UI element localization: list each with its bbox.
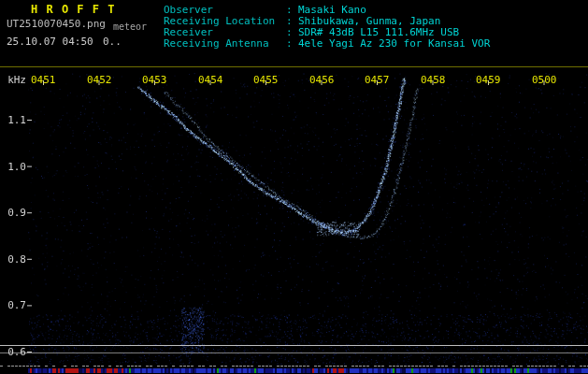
time-tick-0456: 0456	[309, 74, 335, 86]
time-tick-0454: 0454	[198, 74, 223, 86]
freq-tick-0-6: 0.6	[2, 346, 26, 358]
freq-tick-0-7: 0.7	[2, 299, 26, 311]
freq-tick-0-8: 0.8	[2, 253, 26, 266]
time-tick-0459: 0459	[476, 74, 501, 86]
info-row-receiver: Receiver:SDR# 43dB L15 111.6MHz USB	[164, 26, 490, 37]
time-tick-0455: 0455	[253, 74, 279, 86]
info-row-observer: Observer:Masaki Kano	[164, 4, 490, 15]
noise-counter: 0..	[103, 36, 122, 48]
station-info: Observer:Masaki Kano Receiving Location:…	[164, 4, 490, 49]
time-tick-0451: 0451	[31, 74, 56, 86]
info-row-antenna: Receiving Antenna:4ele Yagi Az 230 for K…	[164, 37, 490, 49]
info-colon: :	[286, 37, 298, 50]
freq-tick-1-0: 1.0	[2, 161, 26, 173]
info-row-location: Receiving Location:Shibukawa, Gunma, Jap…	[164, 15, 490, 26]
header-separator-line	[0, 66, 588, 67]
hrofft-screen: H R O F F T UT2510070450.png meteor 25.1…	[0, 0, 588, 374]
time-tick-0452: 0452	[87, 74, 112, 86]
time-tick-0453: 0453	[142, 74, 167, 86]
time-tick-0457: 0457	[365, 74, 390, 86]
app-title: H R O F F T	[31, 3, 115, 16]
freq-unit-label: kHz	[2, 74, 26, 86]
timestamp: 25.10.07 04:50	[7, 36, 93, 48]
freq-tick-0-9: 0.9	[2, 207, 26, 219]
info-label: Receiving Antenna	[164, 37, 286, 50]
observation-tag: meteor	[113, 22, 147, 32]
info-value: 4ele Yagi Az 230 for Kansai VOR	[298, 37, 490, 50]
time-tick-0458: 0458	[421, 74, 446, 86]
filename: UT2510070450.png	[7, 18, 106, 30]
time-tick-0500: 0500	[532, 74, 557, 86]
freq-tick-1-1: 1.1	[2, 114, 26, 126]
spectrogram-canvas	[0, 0, 588, 374]
